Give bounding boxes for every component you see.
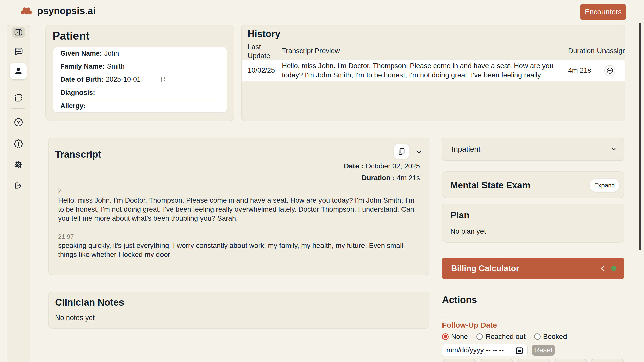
status-dot	[611, 266, 616, 271]
copy-transcript-button[interactable]	[394, 144, 409, 159]
history-card-title: History	[248, 29, 280, 39]
billing-calculator-bar[interactable]: Billing Calculator	[442, 258, 624, 279]
patient-card-title: Patient	[53, 30, 90, 42]
history-col-unassign: Unassign	[597, 47, 625, 55]
dob-value[interactable]: 2025-10-01	[106, 76, 141, 83]
history-col-preview: Transcript Preview	[282, 47, 340, 55]
clinician-notes-title: Clinician Notes	[55, 297, 124, 308]
segment-timestamp: 21.97	[58, 233, 74, 240]
family-name-value: Smith	[107, 63, 125, 70]
honeycomb-logo-icon	[20, 7, 33, 16]
plan-title: Plan	[450, 210, 469, 221]
encounter-type-select[interactable]: Inpatient	[442, 138, 624, 161]
patient-details: Given Name: John Family Name: Smith Date…	[53, 47, 227, 113]
top-header: psynopsis.ai Encounters	[0, 0, 644, 24]
collapse-transcript-chevron-icon[interactable]	[415, 148, 423, 156]
action-button-stub[interactable]	[443, 359, 476, 362]
transcript-card-title: Transcript	[55, 149, 101, 160]
brand: psynopsis.ai	[20, 6, 96, 16]
clinician-notes-card: Clinician Notes No notes yet	[48, 292, 429, 329]
alert-badge-icon[interactable]	[14, 139, 23, 148]
segment-text: speaking quickly, it's just everything. …	[58, 241, 422, 259]
encounter-type-value: Inpatient	[452, 145, 480, 153]
patient-field-given-name: Given Name: John	[60, 47, 220, 60]
actions-title: Actions	[442, 295, 477, 305]
gear-icon[interactable]	[14, 160, 23, 169]
radio-none[interactable]: None	[442, 333, 468, 341]
given-name-value: John	[104, 50, 119, 57]
radio-reached-out-control[interactable]	[476, 333, 483, 340]
action-button-stub[interactable]	[480, 359, 513, 362]
action-button-stub[interactable]	[554, 359, 587, 362]
app-screen: psynopsis.ai Encounters	[0, 0, 644, 362]
patient-field-diagnosis: Diagnosis:	[60, 86, 220, 99]
sidebar-divider	[7, 108, 30, 109]
mse-title: Mental State Exam	[450, 180, 530, 191]
chat-transcript-icon[interactable]	[14, 47, 23, 56]
clinician-notes-empty: No notes yet	[55, 314, 95, 322]
collapse-panel-icon[interactable]	[12, 27, 25, 38]
action-button-stub[interactable]	[591, 359, 624, 362]
encounters-button[interactable]: Encounters	[580, 4, 626, 20]
patient-field-allergy: Allergy:	[60, 99, 220, 112]
plan-card: Plan No plan yet	[442, 204, 624, 243]
actions-divider	[442, 315, 611, 315]
page-scrollbar[interactable]	[639, 23, 641, 250]
transcript-date: Date : October 02, 2025	[344, 162, 420, 170]
transcript-duration: Duration : 4m 21s	[361, 174, 420, 182]
sidebar-item-logout[interactable]	[7, 181, 30, 190]
sidebar-item-help[interactable]: ?	[7, 118, 30, 126]
chevron-left-icon	[600, 265, 605, 272]
radio-booked[interactable]: Booked	[534, 333, 567, 341]
history-card: History Last Update Transcript Preview D…	[241, 25, 625, 121]
billing-title: Billing Calculator	[451, 264, 519, 273]
person-icon	[14, 66, 23, 76]
date-spinner-icon[interactable]	[161, 77, 167, 83]
copy-icon	[398, 148, 405, 155]
chevron-down-icon	[611, 146, 616, 152]
history-row-preview: Hello, miss John. I'm Doctor. Thompson. …	[282, 61, 555, 80]
patient-card: Patient Given Name: John Family Name: Sm…	[45, 25, 234, 121]
history-table-row[interactable]: 10/02/25 Hello, miss John. I'm Doctor. T…	[242, 60, 625, 81]
unassign-button[interactable]	[604, 65, 615, 76]
sidebar-item-templates[interactable]	[7, 93, 30, 102]
help-icon[interactable]: ?	[14, 118, 23, 126]
segment-timestamp: 2	[58, 187, 62, 195]
sidebar-item-collapse[interactable]	[7, 27, 30, 38]
follow-up-date-label: Follow-Up Date	[442, 321, 497, 329]
plan-empty: No plan yet	[450, 227, 486, 235]
circle-minus-icon	[606, 67, 614, 74]
logout-icon[interactable]	[14, 181, 23, 190]
brand-name: psynopsis.ai	[37, 6, 96, 16]
follow-up-radio-group: None Reached out Booked	[442, 333, 567, 341]
radio-none-control[interactable]	[442, 333, 449, 340]
sidebar-item-settings[interactable]	[7, 160, 30, 169]
radio-booked-control[interactable]	[534, 333, 541, 340]
history-row-date: 10/02/25	[248, 66, 275, 74]
sidebar: ?	[7, 25, 30, 362]
sidebar-item-patient[interactable]	[7, 63, 30, 79]
radio-reached-out[interactable]: Reached out	[476, 333, 526, 341]
reset-button[interactable]: Reset	[532, 345, 555, 356]
segment-text: Hello, miss John. I'm Doctor. Thompson. …	[58, 196, 422, 223]
follow-up-datetime-input[interactable]	[442, 344, 528, 356]
history-col-duration: Duration	[568, 47, 595, 55]
sidebar-item-transcripts[interactable]	[7, 47, 30, 56]
sidebar-item-alerts[interactable]	[7, 139, 30, 148]
history-col-last-update: Last Update	[248, 42, 278, 60]
mental-state-exam-card: Mental State Exam Expand	[442, 171, 624, 198]
scan-frame-icon[interactable]	[14, 93, 23, 102]
transcript-card: Transcript Date : October 02, 2025 Durat…	[48, 138, 429, 275]
history-row-duration: 4m 21s	[568, 66, 591, 74]
action-button-stub[interactable]	[517, 359, 550, 362]
patient-field-dob: Date of Birth: 2025-10-01	[60, 73, 220, 86]
patient-active-item[interactable]	[10, 63, 27, 79]
patient-field-family-name: Family Name: Smith	[60, 60, 220, 73]
mse-expand-button[interactable]: Expand	[590, 179, 619, 192]
